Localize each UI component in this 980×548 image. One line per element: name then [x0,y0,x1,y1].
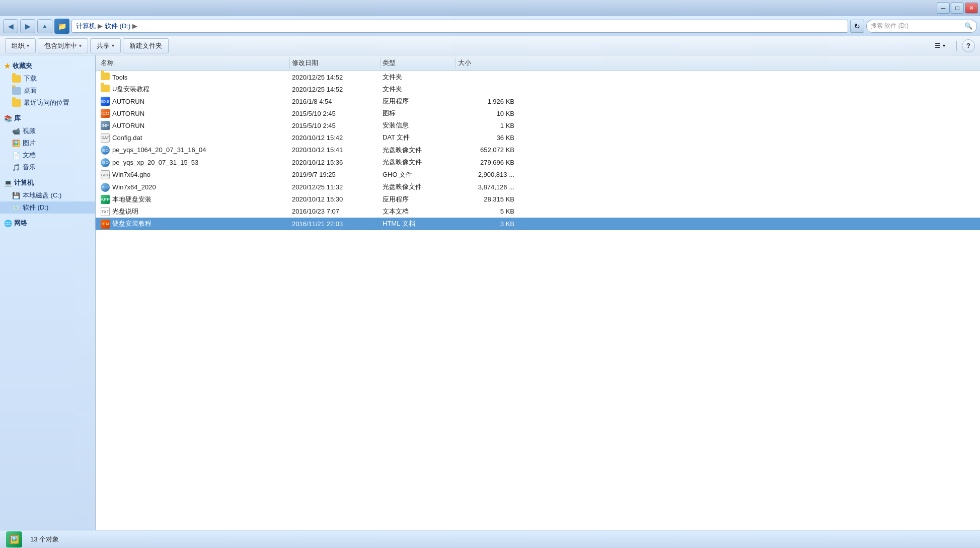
sidebar-item-music[interactable]: 🎵 音乐 [0,161,95,173]
computer-header[interactable]: 💻 计算机 [0,176,95,189]
file-size: 2,900,813 ... [456,170,516,179]
table-row[interactable]: Tools 2020/12/25 14:52 文件夹 [96,71,980,83]
downloads-folder-icon [12,75,21,83]
view-button[interactable]: ☰ ▾ [929,38,951,53]
sidebar-item-drive-c[interactable]: 💾 本地磁盘 (C:) [0,189,95,201]
address-path[interactable]: 计算机 ▶ 软件 (D:) ▶ [71,20,848,33]
file-name: 光盘说明 [112,207,138,216]
col-size[interactable]: 大小 [456,57,516,68]
table-row[interactable]: ISO pe_yqs_xp_20_07_31_15_53 2020/10/12 … [96,156,980,169]
file-type: 文本文档 [381,207,456,217]
sidebar-item-pictures[interactable]: 🖼️ 图片 [0,137,95,149]
file-name: pe_yqs_1064_20_07_31_16_04 [112,146,206,154]
organize-button[interactable]: 组织 ▾ [5,38,36,53]
file-name-cell: INF AUTORUN [99,120,290,130]
computer-section: 💻 计算机 💾 本地磁盘 (C:) 💿 软件 (D:) [0,176,95,214]
file-size: 1 KB [456,121,516,130]
sidebar: ★ 收藏夹 下载 桌面 最近访问的位置 📚 库 📹 [0,55,96,530]
up-button[interactable]: ▲ [37,19,52,33]
table-row[interactable]: U盘安装教程 2020/12/25 14:52 文件夹 [96,83,980,95]
col-name[interactable]: 名称 [99,57,290,68]
file-type: DAT 文件 [381,132,456,143]
desktop-folder-icon [12,87,21,95]
file-modified: 2020/12/25 14:52 [290,73,381,82]
library-label: 包含到库中 [44,41,77,50]
drive-d-icon: 💿 [12,204,20,212]
file-list: 名称 修改日期 类型 大小 Tools 2020/12/25 14:52 文件夹… [96,55,980,530]
favorites-section: ★ 收藏夹 下载 桌面 最近访问的位置 [0,59,95,109]
file-name-cell: APP 本地硬盘安装 [99,194,290,204]
file-modified: 2020/10/12 15:42 [290,133,381,142]
pictures-label: 图片 [23,139,36,148]
table-row[interactable]: APP 本地硬盘安装 2020/10/12 15:30 应用程序 28,315 … [96,193,980,206]
library-arrow: ▾ [79,43,82,48]
table-row[interactable]: GHO Win7x64.gho 2019/9/7 19:25 GHO 文件 2,… [96,169,980,181]
library-header[interactable]: 📚 库 [0,112,95,125]
table-row[interactable]: ICO AUTORUN 2015/5/10 2:45 图标 10 KB [96,107,980,119]
table-row[interactable]: TXT 光盘说明 2016/10/23 7:07 文本文档 5 KB [96,206,980,218]
file-modified: 2016/11/21 22:03 [290,220,381,228]
new-folder-button[interactable]: 新建文件夹 [123,38,169,53]
status-bar: 🖼️ 13 个对象 [0,530,980,548]
share-button[interactable]: 共享 ▾ [90,38,121,53]
table-row[interactable]: DAT Config.dat 2020/10/12 15:42 DAT 文件 3… [96,131,980,144]
back-button[interactable]: ◀ [3,19,18,33]
table-row[interactable]: ISO Win7x64_2020 2020/12/25 11:32 光盘映像文件… [96,181,980,193]
library-button[interactable]: 包含到库中 ▾ [38,38,88,53]
favorites-icon: ★ [4,62,11,70]
forward-button[interactable]: ▶ [20,19,35,33]
file-name: 硬盘安装教程 [112,219,152,228]
pictures-icon: 🖼️ [12,140,20,147]
file-type: 光盘映像文件 [381,182,456,192]
breadcrumb-drive[interactable]: 软件 (D:) [105,22,130,31]
file-size: 1,926 KB [456,97,516,106]
file-type-icon: APP [101,195,110,204]
file-type-icon: ISO [101,158,110,167]
drive-c-icon: 💾 [12,192,20,199]
sidebar-item-recent[interactable]: 最近访问的位置 [0,97,95,109]
library-label: 库 [14,114,21,123]
computer-label: 计算机 [14,178,34,187]
minimize-button[interactable]: ─ [937,3,950,14]
music-icon: 🎵 [12,164,20,171]
search-box[interactable]: 搜索 软件 (D:) 🔍 [866,20,977,33]
table-row[interactable]: HTM 硬盘安装教程 2016/11/21 22:03 HTML 文档 3 KB [96,218,980,230]
file-size: 279,696 KB [456,158,516,167]
file-size: 652,072 KB [456,146,516,154]
file-name-cell: U盘安装教程 [99,84,290,94]
file-name: AUTORUN [112,110,144,117]
file-modified: 2015/5/10 2:45 [290,121,381,130]
table-row[interactable]: ISO pe_yqs_1064_20_07_31_16_04 2020/10/1… [96,144,980,157]
file-size: 3 KB [456,220,516,228]
file-type-icon: EXE [101,97,110,106]
network-header[interactable]: 🌐 网络 [0,217,95,230]
file-size [456,77,516,78]
maximize-button[interactable]: □ [951,3,964,14]
file-name-cell: ISO pe_yqs_1064_20_07_31_16_04 [99,145,290,156]
col-type[interactable]: 类型 [381,57,456,68]
refresh-button[interactable]: ↻ [850,20,864,33]
toolbar-right: ☰ ▾ ? [929,38,975,53]
sidebar-item-desktop[interactable]: 桌面 [0,85,95,97]
favorites-header[interactable]: ★ 收藏夹 [0,59,95,73]
close-button[interactable]: ✕ [965,3,978,14]
sidebar-item-docs[interactable]: 📄 文档 [0,149,95,161]
docs-icon: 📄 [12,152,20,159]
help-button[interactable]: ? [962,39,975,52]
table-row[interactable]: INF AUTORUN 2015/5/10 2:45 安装信息 1 KB [96,119,980,131]
file-type: GHO 文件 [381,170,456,180]
sidebar-item-drive-d[interactable]: 💿 软件 (D:) [0,201,95,214]
file-type-icon: ISO [101,146,110,155]
network-label: 网络 [14,219,27,228]
col-modified[interactable]: 修改日期 [290,57,381,68]
search-placeholder: 搜索 软件 (D:) [871,22,909,30]
sidebar-item-downloads[interactable]: 下载 [0,73,95,85]
recent-label: 最近访问的位置 [24,98,69,107]
file-type-icon: ISO [101,182,110,192]
table-row[interactable]: EXE AUTORUN 2016/1/8 4:54 应用程序 1,926 KB [96,95,980,107]
file-name: AUTORUN [112,98,144,105]
file-type-icon: ICO [101,109,110,118]
file-type: 应用程序 [381,194,456,204]
breadcrumb-computer[interactable]: 计算机 [76,22,96,31]
sidebar-item-video[interactable]: 📹 视频 [0,125,95,137]
